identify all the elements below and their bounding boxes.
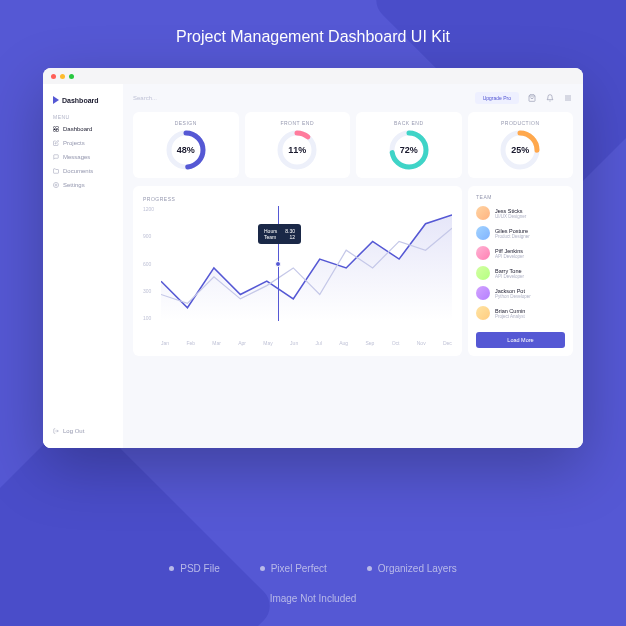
- dot-icon: [367, 566, 372, 571]
- team-member[interactable]: Barry ToneAPI Developer: [476, 266, 565, 280]
- svg-rect-1: [57, 127, 59, 129]
- load-more-button[interactable]: Load More: [476, 332, 565, 348]
- svg-rect-0: [54, 127, 56, 129]
- footer-note: Image Not Included: [0, 593, 626, 604]
- stat-value: 25%: [511, 145, 529, 155]
- logout-icon: [53, 428, 59, 434]
- dot-icon: [260, 566, 265, 571]
- x-tick: Dec: [443, 340, 452, 346]
- avatar: [476, 206, 490, 220]
- team-member[interactable]: Piff JenkinsAPI Developer: [476, 246, 565, 260]
- x-tick: Jan: [161, 340, 169, 346]
- stat-value: 48%: [177, 145, 195, 155]
- nav-label: Settings: [63, 182, 85, 188]
- donut-chart: 48%: [166, 130, 206, 170]
- avatar: [476, 246, 490, 260]
- x-tick: Sep: [365, 340, 374, 346]
- feature-item: Pixel Perfect: [260, 563, 327, 574]
- chart-indicator-dot: [275, 261, 281, 267]
- upgrade-button[interactable]: Upgrade Pro: [475, 92, 519, 104]
- y-tick: 900: [143, 233, 154, 239]
- svg-rect-3: [54, 130, 56, 132]
- y-tick: 100: [143, 315, 154, 321]
- svg-point-4: [55, 184, 57, 186]
- stat-title: DESIGN: [175, 120, 197, 126]
- search-input[interactable]: Search...: [133, 92, 467, 104]
- team-member[interactable]: Giles PostureProduct Designer: [476, 226, 565, 240]
- stat-value: 11%: [288, 145, 306, 155]
- team-member[interactable]: Brian CuminProject Analyst: [476, 306, 565, 320]
- topbar: Search... Upgrade Pro: [133, 92, 573, 104]
- nav-item-messages[interactable]: Messages: [43, 150, 123, 164]
- svg-rect-2: [57, 130, 59, 132]
- donut-chart: 11%: [277, 130, 317, 170]
- logout-label: Log Out: [63, 428, 84, 434]
- x-tick: Mar: [212, 340, 221, 346]
- x-tick: Oct: [392, 340, 400, 346]
- brand-logo[interactable]: Dashboard: [43, 92, 123, 112]
- stat-cards-row: DESIGN48%FRONT END11%BACK END72%PRODUCTI…: [133, 112, 573, 178]
- avatar: [476, 306, 490, 320]
- y-tick: 300: [143, 288, 154, 294]
- stat-card-front end: FRONT END11%: [245, 112, 351, 178]
- stat-card-production: PRODUCTION25%: [468, 112, 574, 178]
- page-title: Project Management Dashboard UI Kit: [0, 0, 626, 46]
- maximize-dot[interactable]: [69, 74, 74, 79]
- dot-icon: [169, 566, 174, 571]
- progress-title: PROGRESS: [143, 196, 452, 202]
- member-role: API Developer: [495, 254, 524, 259]
- y-tick: 600: [143, 261, 154, 267]
- nav-item-projects[interactable]: Projects: [43, 136, 123, 150]
- nav-item-settings[interactable]: Settings: [43, 178, 123, 192]
- menu-section-label: MENU: [43, 112, 123, 122]
- x-tick: Nov: [417, 340, 426, 346]
- x-tick: Jun: [290, 340, 298, 346]
- sidebar: Dashboard MENU DashboardProjectsMessages…: [43, 84, 123, 448]
- team-card: TEAM Jess SticksUI/UX DesignerGiles Post…: [468, 186, 573, 356]
- member-role: API Developer: [495, 274, 524, 279]
- progress-chart: 1200900600300100 Hours8.30 Team12 JanFeb…: [143, 206, 452, 346]
- team-member[interactable]: Jackson PotPython Developer: [476, 286, 565, 300]
- member-role: Product Designer: [495, 234, 530, 239]
- stat-card-back end: BACK END72%: [356, 112, 462, 178]
- close-dot[interactable]: [51, 74, 56, 79]
- nav-label: Projects: [63, 140, 85, 146]
- stat-card-design: DESIGN48%: [133, 112, 239, 178]
- progress-card: PROGRESS 1200900600300100 Hours8.30 Team…: [133, 186, 462, 356]
- avatar: [476, 226, 490, 240]
- x-tick: May: [263, 340, 272, 346]
- nav-label: Messages: [63, 154, 90, 160]
- avatar: [476, 286, 490, 300]
- x-tick: Apr: [238, 340, 246, 346]
- x-tick: Aug: [339, 340, 348, 346]
- nav-label: Dashboard: [63, 126, 92, 132]
- member-role: Python Developer: [495, 294, 531, 299]
- feature-item: Organized Layers: [367, 563, 457, 574]
- donut-chart: 25%: [500, 130, 540, 170]
- projects-icon: [53, 140, 59, 146]
- bell-icon[interactable]: [545, 93, 555, 103]
- cart-icon[interactable]: [527, 93, 537, 103]
- menu-icon[interactable]: [563, 93, 573, 103]
- logout-button[interactable]: Log Out: [43, 422, 123, 440]
- member-role: Project Analyst: [495, 314, 525, 319]
- x-tick: Feb: [186, 340, 195, 346]
- settings-icon: [53, 182, 59, 188]
- app-window: Dashboard MENU DashboardProjectsMessages…: [43, 68, 583, 448]
- nav-item-dashboard[interactable]: Dashboard: [43, 122, 123, 136]
- y-tick: 1200: [143, 206, 154, 212]
- messages-icon: [53, 154, 59, 160]
- play-icon: [53, 96, 59, 104]
- svg-marker-13: [161, 215, 452, 321]
- team-member[interactable]: Jess SticksUI/UX Designer: [476, 206, 565, 220]
- main-content: Search... Upgrade Pro DESIGN48%FRONT END…: [123, 84, 583, 448]
- minimize-dot[interactable]: [60, 74, 65, 79]
- stat-value: 72%: [400, 145, 418, 155]
- stat-title: BACK END: [394, 120, 424, 126]
- feature-item: PSD File: [169, 563, 219, 574]
- donut-chart: 72%: [389, 130, 429, 170]
- features-row: PSD FilePixel PerfectOrganized Layers: [0, 563, 626, 574]
- chart-tooltip: Hours8.30 Team12: [258, 224, 301, 244]
- nav-item-documents[interactable]: Documents: [43, 164, 123, 178]
- stat-title: FRONT END: [280, 120, 314, 126]
